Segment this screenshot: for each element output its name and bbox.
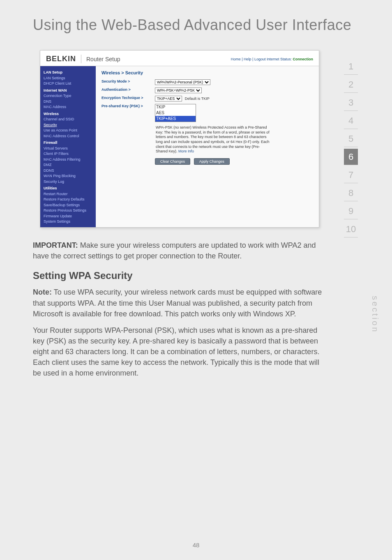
authentication-label: Authentication > [101,88,155,92]
router-brand: BELKIN [46,55,81,63]
section-label: section [370,296,380,333]
pager-item-7[interactable]: 7 [344,167,358,183]
pager-item-3[interactable]: 3 [344,94,358,111]
psk-option[interactable]: TKIP [155,104,196,110]
router-toplinks: Home | Help | Logout Internet Status: Co… [231,57,313,61]
psk-option[interactable]: TKIP+AES [155,116,196,122]
router-screenshot: BELKIN Router Setup Home | Help | Logout… [40,50,319,228]
sidebar-item[interactable]: Utilities [44,186,92,191]
sidebar-item[interactable]: Use as Access Point [44,128,92,134]
router-panel: Wireless > Security Security Mode > WPA/… [96,66,319,227]
apply-changes-button[interactable]: Apply Changes [194,158,230,165]
sidebar-item[interactable]: MAC Address [44,104,92,110]
pager-item-10[interactable]: 10 [344,221,358,237]
clear-changes-button[interactable]: Clear Changes [155,158,190,165]
sidebar-item[interactable]: Client IP Filters [44,151,92,157]
sidebar-item[interactable]: Security [44,122,92,128]
important-paragraph: IMPORTANT: Make sure your wireless compu… [33,240,326,261]
pager-item-1[interactable]: 1 [344,58,358,75]
pager-item-2[interactable]: 2 [344,76,358,93]
note-label: Note: [33,288,52,296]
sidebar-item[interactable]: Connection Type [44,93,92,99]
pager-item-6[interactable]: 6 [344,149,358,165]
pager-item-8[interactable]: 8 [344,185,358,201]
sidebar-item[interactable]: Firmware Update [44,214,92,219]
encryption-note: Default is TKIP [185,97,210,101]
sidebar-item[interactable]: MAC Address Control [44,134,92,139]
sidebar-item[interactable]: WAN Ping Blocking [44,173,92,179]
wpa-note-paragraph: Note: To use WPA security, your wireless… [33,287,326,319]
sidebar-item[interactable]: Virtual Servers [44,146,92,152]
section-pager: 12345678910 [339,58,363,237]
sidebar-item[interactable]: Restart Router [44,191,92,197]
important-label: IMPORTANT: [33,241,78,249]
info-text: WPA-PSK (no server) Wireless Protected A… [156,125,271,154]
sidebar-item[interactable]: Restore Factory Defaults [44,197,92,203]
panel-title: Wireless > Security [101,70,313,75]
wpa-paragraph-2: Your Router supports WPA-Personal (PSK),… [33,325,326,378]
psk-label: Pre-shared Key (PSK) > [101,104,155,108]
wpa-heading: Setting WPA Security [33,269,326,283]
psk-option-list[interactable]: TKIPAESTKIP+AES [155,104,196,122]
sidebar-item[interactable]: DDNS [44,168,92,174]
authentication-select[interactable]: WPA-PSK+WPA2-PSK [155,88,202,93]
sidebar-item[interactable]: MAC Address Filtering [44,157,92,163]
pager-item-4[interactable]: 4 [344,113,358,129]
more-info-link[interactable]: More Info [178,149,194,153]
sidebar-item[interactable]: Save/Backup Settings [44,203,92,208]
router-title: Router Setup [81,56,231,62]
psk-option[interactable]: AES [155,110,196,116]
sidebar-item[interactable]: Firewall [44,140,92,146]
encryption-label: Encryption Technique > [101,96,155,100]
sidebar-item[interactable]: Security Log [44,179,92,185]
sidebar-item[interactable]: Channel and SSID [44,117,92,122]
pager-item-9[interactable]: 9 [344,203,358,219]
sidebar-item[interactable]: LAN Settings [44,76,92,81]
chapter-title: Using the Web-Based Advanced User Interf… [33,16,363,34]
sidebar-item[interactable]: DNS [44,99,92,105]
sidebar-item[interactable]: System Settings [44,219,92,225]
sidebar-item[interactable]: Wireless [44,111,92,117]
sidebar-item[interactable]: Internet WAN [44,88,92,94]
page-number: 48 [0,542,392,548]
sidebar-item[interactable]: LAN Setup [44,70,92,76]
sidebar-item[interactable]: Restore Previous Settings [44,208,92,214]
sidebar-item[interactable]: DHCP Client List [44,81,92,87]
security-mode-select[interactable]: WPA/WPA2-Personal (PSK) [155,79,210,85]
encryption-select[interactable]: TKIP+AES [155,96,182,101]
security-mode-label: Security Mode > [101,79,155,83]
router-sidebar: LAN SetupLAN SettingsDHCP Client ListInt… [40,66,96,227]
pager-item-5[interactable]: 5 [344,131,358,147]
sidebar-item[interactable]: DMZ [44,162,92,168]
